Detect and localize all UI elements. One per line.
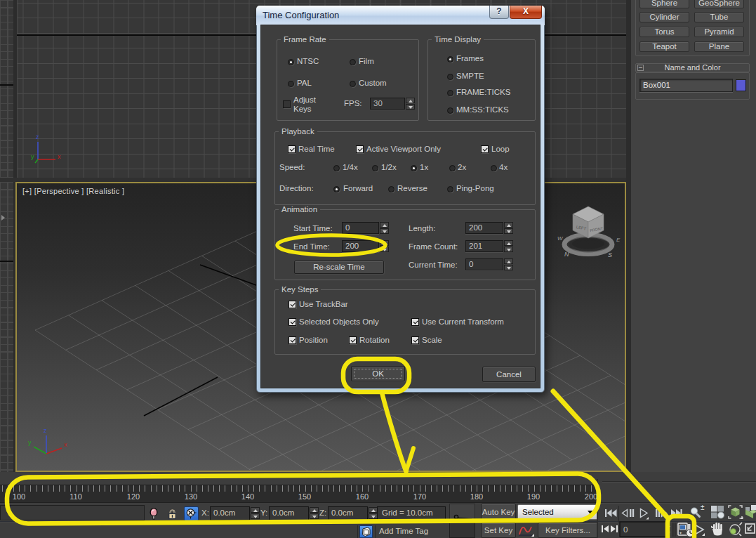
svg-text:0: 0 bbox=[623, 525, 628, 534]
svg-text:z: z bbox=[36, 133, 39, 140]
svg-text:W: W bbox=[557, 235, 564, 242]
svg-text:x: x bbox=[58, 153, 61, 160]
svg-text:x: x bbox=[64, 441, 67, 448]
svg-text:y: y bbox=[28, 439, 32, 446]
svg-text:✦: ✦ bbox=[679, 531, 682, 535]
svg-text:±: ± bbox=[701, 504, 705, 511]
svg-text:z: z bbox=[44, 427, 47, 434]
svg-text:N: N bbox=[564, 251, 569, 258]
svg-text:S: S bbox=[608, 251, 612, 258]
svg-text:E: E bbox=[616, 237, 621, 243]
svg-text:y: y bbox=[31, 153, 34, 160]
